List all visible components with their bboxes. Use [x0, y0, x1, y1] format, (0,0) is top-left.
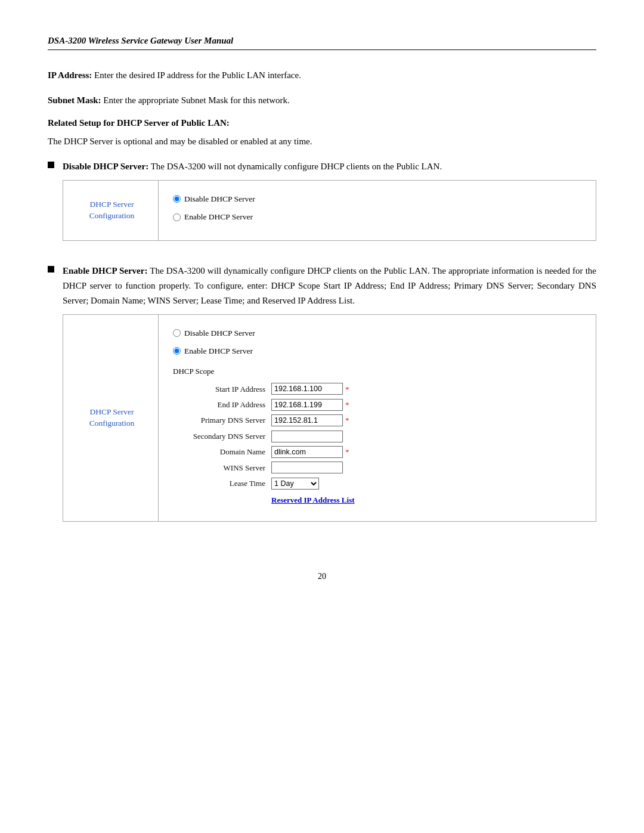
primary-dns-input-wrap: *: [271, 414, 349, 426]
secondary-dns-input-wrap: [271, 431, 343, 442]
radio-enable-row-1[interactable]: Enable DHCP Server: [173, 210, 581, 224]
wins-input[interactable]: [271, 462, 343, 473]
domain-name-input[interactable]: [271, 446, 343, 458]
start-ip-input-wrap: *: [271, 383, 349, 395]
radio-disable-2[interactable]: [173, 329, 181, 337]
bullet-icon-2: [48, 266, 54, 272]
end-ip-required: *: [345, 398, 349, 411]
radio-disable-1[interactable]: [173, 195, 181, 203]
config-content-2: Disable DHCP Server Enable DHCP Server D…: [159, 315, 596, 521]
start-ip-required: *: [345, 383, 349, 395]
config-label-2: DHCP ServerConfiguration: [89, 407, 135, 429]
lease-time-select[interactable]: 1 Day 2 Days 3 Days 1 Week: [271, 478, 319, 490]
domain-required: *: [345, 445, 349, 458]
form-row-start-ip: Start IP Address *: [173, 383, 581, 395]
lease-time-input-wrap: 1 Day 2 Days 3 Days 1 Week: [271, 478, 319, 490]
radio-enable-label-2: Enable DHCP Server: [184, 345, 253, 358]
document-title: DSA-3200 Wireless Service Gateway User M…: [48, 36, 233, 45]
config-label-col-1: DHCP ServerConfiguration: [63, 181, 159, 241]
bullet-enable-content: Enable DHCP Server: The DSA-3200 will dy…: [63, 264, 596, 536]
form-row-primary-dns: Primary DNS Server *: [173, 414, 581, 426]
bullet-disable-dhcp: Disable DHCP Server: The DSA-3200 will n…: [48, 159, 596, 255]
disable-dhcp-text: The DSA-3200 will not dynamically config…: [151, 162, 442, 171]
wins-label: WINS Server: [173, 462, 271, 474]
secondary-dns-label: Secondary DNS Server: [173, 430, 271, 442]
radio-disable-row-1[interactable]: Disable DHCP Server: [173, 193, 581, 206]
subnet-mask-label: Subnet Mask:: [48, 95, 101, 105]
radio-disable-label-2: Disable DHCP Server: [184, 327, 255, 340]
start-ip-input[interactable]: [271, 383, 343, 395]
secondary-dns-input[interactable]: [271, 431, 343, 442]
bullet-icon-1: [48, 162, 54, 168]
reserved-ip-link[interactable]: Reserved IP Address List: [271, 494, 355, 506]
primary-dns-input[interactable]: [271, 414, 343, 426]
related-setup-heading: Related Setup for DHCP Server of Public …: [48, 118, 596, 128]
radio-disable-label-1: Disable DHCP Server: [184, 193, 255, 206]
primary-dns-label: Primary DNS Server: [173, 414, 271, 426]
radio-disable-row-2[interactable]: Disable DHCP Server: [173, 327, 581, 340]
config-box-1: DHCP ServerConfiguration Disable DHCP Se…: [63, 180, 596, 241]
disable-dhcp-label: Disable DHCP Server:: [63, 162, 148, 171]
subnet-mask-paragraph: Subnet Mask: Enter the appropriate Subne…: [48, 93, 596, 107]
dhcp-description: The DHCP Server is optional and may be d…: [48, 134, 596, 148]
radio-enable-1[interactable]: [173, 213, 181, 221]
config-content-1: Disable DHCP Server Enable DHCP Server: [159, 181, 596, 241]
start-ip-label: Start IP Address: [173, 383, 271, 395]
page-number: 20: [48, 572, 596, 581]
form-row-domain: Domain Name *: [173, 445, 581, 458]
enable-dhcp-label: Enable DHCP Server:: [63, 266, 147, 275]
form-row-end-ip: End IP Address *: [173, 398, 581, 411]
radio-enable-2[interactable]: [173, 347, 181, 355]
form-row-secondary-dns: Secondary DNS Server: [173, 430, 581, 442]
form-row-reserved: Reserved IP Address List: [173, 494, 581, 506]
form-row-lease: Lease Time 1 Day 2 Days 3 Days 1 Week: [173, 477, 581, 490]
header-section: DSA-3200 Wireless Service Gateway User M…: [48, 36, 596, 50]
config-label-col-2: DHCP ServerConfiguration: [63, 315, 159, 521]
domain-name-input-wrap: *: [271, 445, 349, 458]
form-row-wins: WINS Server: [173, 462, 581, 474]
end-ip-input[interactable]: [271, 399, 343, 411]
end-ip-label: End IP Address: [173, 398, 271, 411]
lease-time-label: Lease Time: [173, 477, 271, 490]
config-box-2: DHCP ServerConfiguration Disable DHCP Se…: [63, 314, 596, 522]
bullet-disable-content: Disable DHCP Server: The DSA-3200 will n…: [63, 159, 596, 255]
radio-enable-label-1: Enable DHCP Server: [184, 210, 253, 224]
radio-enable-row-2[interactable]: Enable DHCP Server: [173, 345, 581, 358]
ip-address-paragraph: IP Address: Enter the desired IP address…: [48, 68, 596, 82]
ip-address-label: IP Address:: [48, 70, 92, 80]
primary-dns-required: *: [345, 414, 349, 426]
dhcp-scope-title: DHCP Scope: [173, 365, 581, 377]
ip-address-text: Enter the desired IP address for the Pub…: [94, 70, 301, 80]
dhcp-scope-label: DHCP Scope: [173, 367, 214, 376]
bullet-enable-dhcp: Enable DHCP Server: The DSA-3200 will dy…: [48, 264, 596, 536]
subnet-mask-text: Enter the appropriate Subnet Mask for th…: [103, 95, 289, 105]
wins-input-wrap: [271, 462, 343, 473]
config-label-1: DHCP ServerConfiguration: [89, 199, 135, 222]
dhcp-form-section: DHCP Scope Start IP Address * End IP Add…: [173, 365, 581, 506]
domain-name-label: Domain Name: [173, 445, 271, 458]
end-ip-input-wrap: *: [271, 398, 349, 411]
